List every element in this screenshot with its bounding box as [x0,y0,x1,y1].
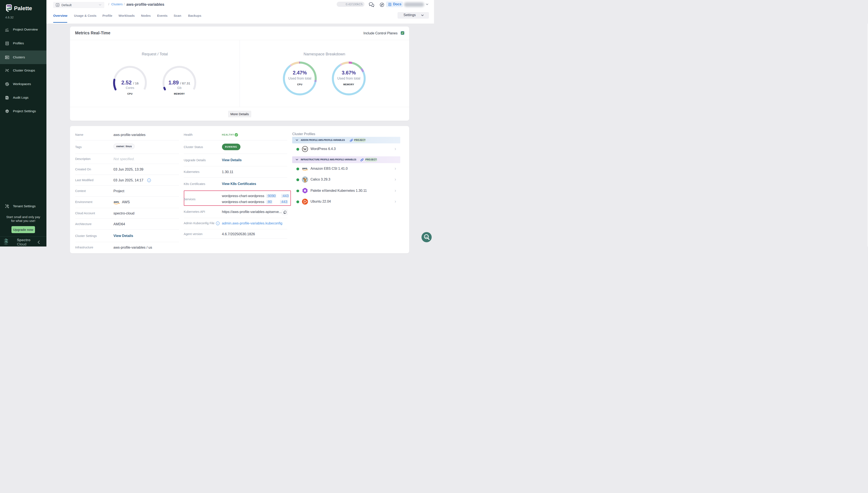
svg-text:i: i [149,179,149,181]
svg-text:W: W [303,147,307,151]
svg-text:aws: aws [114,200,119,203]
svg-text:i: i [217,222,218,224]
svg-text:aws: aws [302,167,307,170]
